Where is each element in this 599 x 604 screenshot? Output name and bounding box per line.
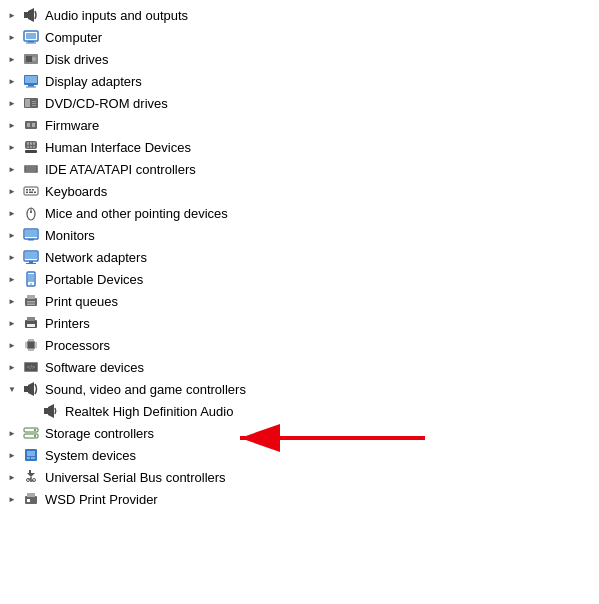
computer-icon	[22, 28, 40, 46]
svg-rect-39	[32, 189, 34, 191]
chevron-keyboards[interactable]: ►	[4, 183, 20, 199]
svg-marker-93	[27, 473, 35, 477]
svg-marker-1	[28, 8, 34, 22]
chevron-realtek[interactable]	[24, 403, 40, 419]
audio_small-icon	[42, 402, 60, 420]
chevron-mice[interactable]: ►	[4, 205, 20, 221]
device-label-processors: Processors	[45, 338, 110, 353]
chevron-disk[interactable]: ►	[4, 51, 20, 67]
chevron-processors[interactable]: ►	[4, 337, 20, 353]
portable-icon	[22, 270, 40, 288]
svg-rect-26	[30, 146, 32, 148]
svg-rect-18	[25, 121, 37, 129]
network-icon	[22, 248, 40, 266]
svg-rect-12	[26, 87, 36, 88]
monitor-icon	[22, 226, 40, 244]
chevron-usb[interactable]: ►	[4, 469, 20, 485]
device-item-keyboards[interactable]: ►Keyboards	[0, 180, 599, 202]
svg-rect-24	[33, 142, 35, 145]
device-item-portable[interactable]: ►Portable Devices	[0, 268, 599, 290]
software-icon: </>	[22, 358, 40, 376]
chevron-printers[interactable]: ►	[4, 315, 20, 331]
svg-rect-100	[27, 493, 35, 497]
chevron-storage[interactable]: ►	[4, 425, 20, 441]
device-item-printers[interactable]: ►Printers	[0, 312, 599, 334]
device-item-disk[interactable]: ►Disk drives	[0, 48, 599, 70]
device-item-monitors[interactable]: ►Monitors	[0, 224, 599, 246]
svg-point-45	[30, 211, 32, 213]
chevron-monitors[interactable]: ►	[4, 227, 20, 243]
device-item-mice[interactable]: ►Mice and other pointing devices	[0, 202, 599, 224]
processor-icon	[22, 336, 40, 354]
chevron-wsd[interactable]: ►	[4, 491, 20, 507]
device-item-audio[interactable]: ►Audio inputs and outputs	[0, 4, 599, 26]
device-label-system: System devices	[45, 448, 136, 463]
device-item-dvd[interactable]: ►DVD/CD-ROM drives	[0, 92, 599, 114]
device-label-wsd: WSD Print Provider	[45, 492, 158, 507]
chevron-display[interactable]: ►	[4, 73, 20, 89]
chevron-software[interactable]: ►	[4, 359, 20, 375]
device-label-software: Software devices	[45, 360, 144, 375]
svg-rect-42	[34, 192, 36, 194]
svg-rect-47	[25, 230, 37, 237]
chevron-hid[interactable]: ►	[4, 139, 20, 155]
device-label-monitors: Monitors	[45, 228, 95, 243]
svg-rect-23	[30, 142, 32, 145]
svg-rect-40	[26, 192, 28, 194]
chevron-audio[interactable]: ►	[4, 7, 20, 23]
svg-marker-81	[28, 382, 34, 396]
svg-rect-82	[44, 408, 48, 414]
device-item-firmware[interactable]: ►Firmware	[0, 114, 599, 136]
chevron-network[interactable]: ►	[4, 249, 20, 265]
chevron-firmware[interactable]: ►	[4, 117, 20, 133]
svg-point-55	[30, 283, 32, 285]
device-item-storage[interactable]: ►Storage controllers	[0, 422, 599, 444]
device-item-computer[interactable]: ►Computer	[0, 26, 599, 48]
chevron-sound[interactable]: ▼	[4, 381, 20, 397]
chevron-printqueue[interactable]: ►	[4, 293, 20, 309]
device-label-printers: Printers	[45, 316, 90, 331]
svg-rect-11	[28, 85, 34, 87]
svg-point-87	[34, 435, 36, 437]
svg-rect-25	[27, 146, 29, 148]
svg-marker-83	[48, 404, 54, 418]
device-item-realtek[interactable]: Realtek High Definition Audio	[0, 400, 599, 422]
chevron-ide[interactable]: ►	[4, 161, 20, 177]
device-label-storage: Storage controllers	[45, 426, 154, 441]
chevron-system[interactable]: ►	[4, 447, 20, 463]
svg-rect-22	[27, 142, 29, 145]
device-item-display[interactable]: ►Display adapters	[0, 70, 599, 92]
svg-text:</>: </>	[27, 364, 36, 370]
svg-rect-19	[27, 123, 30, 127]
svg-rect-4	[28, 41, 34, 43]
device-item-usb[interactable]: ►Universal Serial Bus controllers	[0, 466, 599, 488]
device-item-printqueue[interactable]: ►Print queues	[0, 290, 599, 312]
hid-icon	[22, 138, 40, 156]
svg-rect-61	[27, 317, 35, 321]
printqueue-icon	[22, 292, 40, 310]
sound-icon	[22, 380, 40, 398]
device-item-software[interactable]: ►</>Software devices	[0, 356, 599, 378]
device-item-sound[interactable]: ▼Sound, video and game controllers	[0, 378, 599, 400]
svg-rect-7	[26, 56, 32, 62]
svg-rect-58	[27, 301, 35, 303]
device-item-wsd[interactable]: ►WSD Print Provider	[0, 488, 599, 510]
svg-rect-64	[28, 342, 34, 348]
printer-icon	[22, 314, 40, 332]
device-item-processors[interactable]: ►Processors	[0, 334, 599, 356]
chevron-dvd[interactable]: ►	[4, 95, 20, 111]
svg-rect-5	[26, 43, 36, 44]
device-item-ide[interactable]: ►IDE ATA/ATAPI controllers	[0, 158, 599, 180]
keyboard-icon	[22, 182, 40, 200]
chevron-computer[interactable]: ►	[4, 29, 20, 45]
device-item-system[interactable]: ►System devices	[0, 444, 599, 466]
device-item-hid[interactable]: ►Human Interface Devices	[0, 136, 599, 158]
device-item-network[interactable]: ►Network adapters	[0, 246, 599, 268]
device-label-disk: Disk drives	[45, 52, 109, 67]
svg-rect-27	[33, 146, 35, 148]
chevron-portable[interactable]: ►	[4, 271, 20, 287]
svg-rect-14	[25, 99, 30, 107]
svg-rect-37	[26, 189, 28, 191]
device-label-realtek: Realtek High Definition Audio	[65, 404, 233, 419]
svg-rect-59	[27, 304, 35, 306]
